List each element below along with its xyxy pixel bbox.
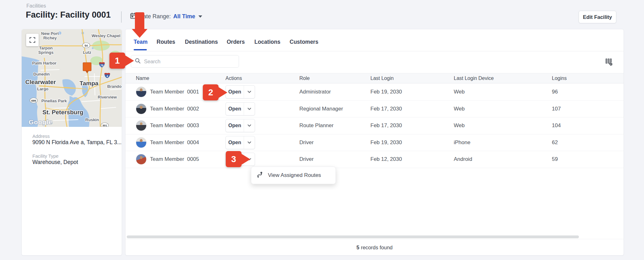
search-input[interactable] — [143, 58, 235, 65]
cell-role: Regional Manager — [299, 106, 370, 112]
google-watermark: Google — [29, 118, 52, 126]
avatar — [136, 120, 147, 131]
cell-last-login: Feb 19, 2030 — [370, 89, 454, 95]
svg-text:301: 301 — [102, 124, 107, 127]
map-label: Tampa — [80, 80, 98, 87]
records-found: 5 records found — [125, 239, 624, 256]
annotation-arrow-team-tab — [132, 12, 147, 38]
col-role[interactable]: Role — [299, 76, 370, 81]
col-device[interactable]: Last Login Device — [454, 76, 552, 81]
col-actions[interactable]: Actions — [225, 76, 299, 81]
horizontal-scrollbar-thumb[interactable] — [127, 235, 579, 238]
open-button-label[interactable]: Open — [226, 136, 244, 149]
chevron-down-icon — [247, 124, 251, 127]
tab-bar: Team Routes Destinations Orders Location… — [125, 29, 624, 51]
avatar — [136, 137, 147, 148]
map-label: Wesley Chapel — [92, 33, 120, 38]
table-row[interactable]: Team Member 0004 Open Driver Feb 19, 203… — [125, 134, 624, 151]
fullscreen-icon — [30, 37, 35, 43]
open-button[interactable]: Open — [225, 85, 255, 99]
map-label: Brandon — [107, 84, 122, 89]
open-button[interactable]: Open — [225, 136, 255, 149]
facility-page: Facilities Facility: Facility 0001 Date … — [0, 0, 644, 260]
cell-role: Driver — [299, 139, 370, 146]
map-label: Tarpon — [39, 46, 53, 50]
cell-last-login: Feb 12, 2030 — [370, 156, 454, 162]
caret-down-icon — [198, 15, 202, 18]
title-divider — [121, 11, 122, 23]
tab-routes[interactable]: Routes — [157, 39, 175, 45]
svg-text:54: 54 — [85, 44, 88, 47]
col-name[interactable]: Name — [136, 76, 225, 81]
facility-type-label: Facility Type — [32, 153, 58, 159]
cell-last-login: Feb 19, 2030 — [370, 139, 454, 146]
map-label: Clearwater — [25, 79, 56, 85]
records-label: records found — [361, 245, 393, 251]
address-value: 9090 N Florida Ave a, Tampa, FL 3... — [32, 139, 122, 146]
open-button-label[interactable]: Open — [226, 119, 244, 132]
annotation-step-3: 3 — [226, 151, 242, 167]
menu-item-view-assigned-routes[interactable]: View Assigned Routes — [251, 172, 336, 179]
map-label: Springs — [38, 50, 53, 55]
svg-text:75: 75 — [100, 64, 103, 67]
cell-logins: 59 — [552, 156, 624, 162]
open-caret-button[interactable] — [244, 136, 255, 149]
avatar — [136, 154, 147, 165]
map-label: Largo — [37, 87, 48, 91]
column-settings-button[interactable] — [604, 58, 613, 66]
cell-last-login: Feb 17, 2030 — [370, 122, 454, 129]
map-label: Dunedin — [33, 72, 50, 76]
map-label: Ruskin — [85, 117, 99, 122]
svg-text:4: 4 — [107, 75, 108, 78]
open-button[interactable]: Open — [225, 102, 255, 116]
open-caret-button[interactable] — [244, 86, 255, 98]
map-label: Lutz — [83, 50, 92, 55]
edit-facility-button[interactable]: Edit Facility — [579, 11, 616, 23]
table-row[interactable]: Team Member 0002 Open Regional Manager F… — [125, 101, 624, 118]
member-name: Team Member 0002 — [150, 106, 199, 112]
search-box[interactable] — [131, 55, 239, 68]
table-header: Name Actions Role Last Login Last Login … — [125, 73, 624, 83]
cell-device: Web — [454, 106, 552, 112]
chevron-down-icon — [247, 108, 251, 110]
cell-logins: 62 — [552, 139, 624, 146]
facility-type-value: Warehouse, Depot — [32, 159, 78, 166]
map-label: St. Petersburg — [42, 109, 83, 116]
open-caret-button[interactable] — [244, 119, 255, 132]
facility-map[interactable]: 54754699301 New PortRicheyWesley ChapelT… — [22, 29, 122, 127]
column-settings-icon — [605, 58, 613, 66]
address-label: Address — [32, 133, 50, 139]
menu-item-label: View Assigned Routes — [268, 172, 321, 178]
open-button[interactable]: Open — [225, 119, 255, 132]
route-icon — [257, 172, 264, 179]
map-label: Richey — [43, 36, 57, 40]
open-button-label[interactable]: Open — [226, 103, 244, 115]
member-name: Team Member 0001 — [150, 89, 199, 95]
col-last-login[interactable]: Last Login — [370, 76, 454, 81]
fullscreen-button[interactable] — [26, 34, 39, 46]
table-row[interactable]: Team Member 0001 Open Administrator Feb … — [125, 84, 624, 101]
col-logins[interactable]: Logins — [552, 76, 624, 81]
member-name: Team Member 0003 — [150, 122, 199, 129]
open-caret-button[interactable] — [244, 103, 255, 115]
cell-logins: 107 — [552, 106, 624, 112]
chevron-down-icon — [247, 141, 251, 144]
cell-role: Route Planner — [299, 122, 370, 129]
date-range-value[interactable]: All Time — [173, 13, 195, 20]
tab-customers[interactable]: Customers — [290, 39, 318, 45]
facility-summary-card: 54754699301 New PortRicheyWesley ChapelT… — [21, 29, 122, 256]
cell-device: Web — [454, 122, 552, 129]
cell-role: Administrator — [299, 89, 370, 95]
tab-destinations[interactable]: Destinations — [185, 39, 218, 45]
breadcrumb[interactable]: Facilities — [26, 3, 46, 9]
table-row[interactable]: Team Member 0003 Open Route Planner Feb … — [125, 117, 624, 134]
open-button-label[interactable]: Open — [226, 86, 244, 98]
tab-locations[interactable]: Locations — [254, 39, 280, 45]
tab-orders[interactable]: Orders — [227, 39, 245, 45]
annotation-step-2: 2 — [203, 84, 219, 100]
table-row[interactable]: Team Member 0005 Open Driver Feb 12, 203… — [125, 151, 624, 168]
tab-team[interactable]: Team — [134, 39, 147, 45]
cell-device: Android — [454, 156, 552, 162]
search-icon — [135, 58, 141, 65]
oval-shield: 54 — [82, 43, 90, 48]
